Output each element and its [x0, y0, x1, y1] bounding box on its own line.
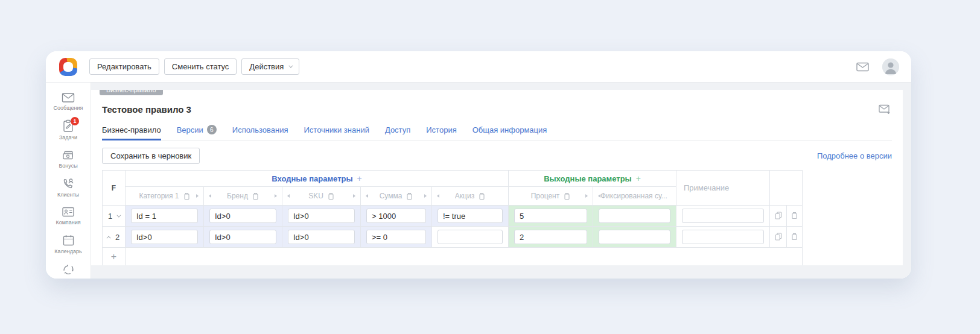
result-input[interactable] — [599, 209, 670, 223]
tab-label: Версии — [177, 125, 203, 134]
envelope-icon — [62, 92, 75, 103]
sidebar-item-processes[interactable]: Процессы — [46, 259, 91, 279]
copy-row-cell — [770, 227, 787, 248]
table-row: 1 — [103, 206, 803, 227]
save-draft-button[interactable]: Сохранить в черновик — [102, 148, 200, 164]
move-column-right-icon[interactable] — [353, 194, 355, 198]
tab-knowledge-sources[interactable]: Источники знаний — [304, 125, 369, 140]
entity-type-badge: Бизнес-правило — [100, 90, 163, 95]
note-input[interactable] — [682, 209, 764, 223]
column-label: Бренд — [227, 192, 248, 200]
move-row-up-icon[interactable] — [106, 236, 110, 240]
rule-table: F Входные параметры+ Выходные параметры+… — [102, 170, 803, 265]
delete-column-icon[interactable] — [252, 192, 259, 200]
copy-row-button[interactable] — [773, 210, 784, 221]
condition-input[interactable] — [366, 209, 426, 223]
processes-icon — [62, 263, 75, 276]
move-column-right-icon[interactable] — [585, 194, 588, 198]
sidebar-item-bonuses[interactable]: Бонусы — [46, 145, 91, 174]
panel-actions-row: Сохранить в черновик Подробнее о версии — [102, 148, 892, 164]
envelope-icon — [856, 62, 869, 72]
title-row: Тестовое правило 3 — [102, 90, 892, 116]
condition-input[interactable] — [288, 230, 355, 244]
delete-column-icon[interactable] — [564, 192, 570, 200]
column-header-brand: Бренд — [204, 187, 282, 206]
result-input[interactable] — [514, 230, 587, 244]
result-input[interactable] — [514, 209, 587, 223]
copy-icon — [775, 212, 782, 219]
actions-dropdown-button[interactable]: Действия — [241, 58, 299, 75]
move-column-left-icon[interactable] — [209, 194, 211, 198]
delete-column-icon[interactable] — [479, 192, 485, 200]
column-label: SKU — [308, 192, 323, 200]
version-details-link[interactable]: Подробнее о версии — [817, 151, 892, 160]
bonus-icon — [62, 149, 75, 161]
column-header-fixed-sum: Фиксированная су... — [593, 187, 676, 206]
add-output-column-icon[interactable]: + — [636, 174, 641, 183]
move-column-right-icon[interactable] — [424, 194, 427, 198]
sidebar-item-messages[interactable]: Сообщения — [46, 89, 91, 116]
sidebar-item-tasks[interactable]: 1 Задачи — [46, 116, 91, 145]
condition-input[interactable] — [366, 230, 426, 244]
tab-label: Общая информация — [472, 125, 547, 134]
delete-row-button[interactable] — [789, 231, 800, 242]
tab-usages[interactable]: Использования — [232, 125, 288, 140]
row-number-cell: 2 — [103, 227, 126, 248]
tab-versions[interactable]: Версии 6 — [177, 125, 217, 140]
condition-input[interactable] — [438, 209, 503, 223]
tab-access[interactable]: Доступ — [385, 125, 410, 140]
mail-button[interactable] — [854, 60, 871, 74]
copy-row-button[interactable] — [773, 231, 784, 242]
sidebar-item-clients[interactable]: Клиенты — [46, 174, 91, 203]
condition-input[interactable] — [131, 209, 198, 223]
versions-count-badge: 6 — [207, 125, 217, 134]
move-row-down-icon[interactable] — [116, 213, 121, 217]
condition-input[interactable] — [209, 230, 276, 244]
delete-row-cell — [787, 206, 803, 227]
calendar-icon — [62, 234, 75, 247]
note-input[interactable] — [682, 230, 764, 244]
add-row-button[interactable]: + — [103, 248, 126, 266]
column-header-sum: Сумма — [361, 187, 432, 206]
condition-input[interactable] — [131, 230, 198, 244]
delete-row-button[interactable] — [789, 210, 800, 221]
delete-column-icon[interactable] — [328, 192, 334, 200]
row-number: 2 — [115, 233, 119, 242]
f-column-header: F — [103, 171, 126, 206]
change-status-button[interactable]: Сменить статус — [164, 58, 237, 75]
sidebar-item-calendar[interactable]: Календарь — [46, 230, 91, 259]
user-avatar[interactable] — [882, 58, 899, 75]
condition-input[interactable] — [288, 209, 355, 223]
column-header-percent: Процент — [509, 187, 593, 206]
clients-icon — [62, 177, 75, 190]
condition-input[interactable] — [209, 209, 276, 223]
sidebar-item-label: Клиенты — [57, 192, 79, 198]
condition-input[interactable] — [438, 230, 503, 244]
tab-history[interactable]: История — [426, 125, 456, 140]
tab-general-info[interactable]: Общая информация — [472, 125, 547, 140]
edit-button[interactable]: Редактировать — [89, 58, 159, 75]
move-column-right-icon[interactable] — [275, 194, 277, 198]
actions-dropdown-label: Действия — [249, 62, 284, 71]
move-column-left-icon[interactable] — [437, 194, 439, 198]
move-column-left-icon[interactable] — [366, 194, 368, 198]
input-group-label: Входные параметры — [272, 174, 352, 183]
result-input[interactable] — [599, 230, 670, 244]
person-icon — [882, 58, 899, 75]
delete-column-icon[interactable] — [406, 192, 413, 200]
add-row-filler — [126, 248, 803, 266]
column-header-category: Категория 1 — [126, 187, 204, 206]
note-column-header: Примечание — [676, 171, 770, 206]
move-column-left-icon[interactable] — [287, 194, 290, 198]
row-actions-header — [770, 171, 803, 206]
add-input-column-icon[interactable]: + — [357, 174, 362, 183]
top-bar: Редактировать Сменить статус Действия — [46, 51, 911, 83]
delete-column-icon[interactable] — [183, 192, 190, 200]
subscribe-button[interactable] — [877, 103, 892, 116]
tab-label: История — [426, 125, 456, 134]
app-logo-icon[interactable] — [59, 58, 77, 76]
column-label: Сумма — [380, 192, 402, 200]
tab-business-rule[interactable]: Бизнес-правило — [102, 125, 161, 140]
sidebar-item-company[interactable]: Компания — [46, 203, 91, 230]
move-column-right-icon[interactable] — [196, 194, 199, 198]
